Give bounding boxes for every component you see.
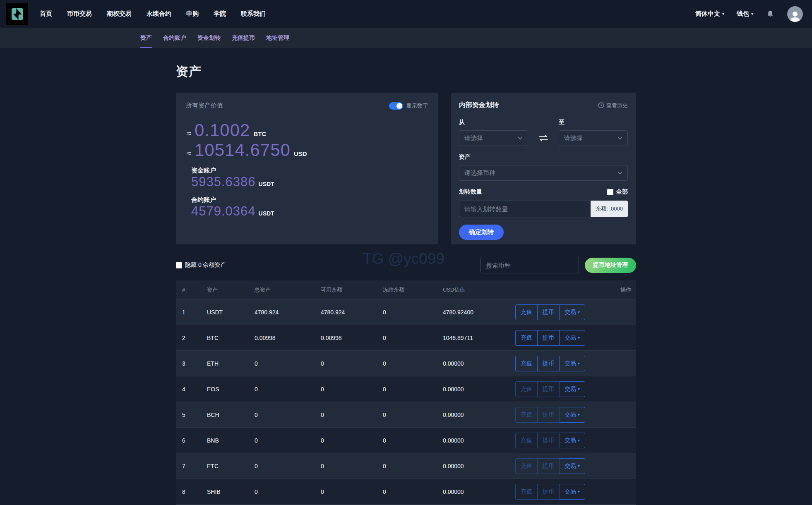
trade-dropdown-button[interactable]: 交易▾ bbox=[559, 458, 585, 474]
deposit-button[interactable]: 充值 bbox=[515, 330, 537, 346]
swap-direction-button[interactable] bbox=[537, 130, 550, 146]
to-account-select[interactable]: 请选择 bbox=[559, 130, 628, 146]
hide-zero-label: 隐藏 0 余额资产 bbox=[185, 261, 226, 269]
deposit-button[interactable]: 充值 bbox=[515, 484, 537, 500]
deposit-button[interactable]: 充值 bbox=[515, 458, 537, 474]
from-account-select[interactable]: 请选择 bbox=[459, 130, 528, 146]
trade-dropdown-button[interactable]: 交易▾ bbox=[559, 356, 585, 371]
table-row: 4EOS0000.00000充值提币交易▾ bbox=[176, 376, 636, 402]
withdraw-button[interactable]: 提币 bbox=[537, 304, 559, 320]
transfer-amount-input[interactable] bbox=[459, 201, 591, 217]
transfer-all-label: 全部 bbox=[616, 188, 628, 196]
deposit-button[interactable]: 充值 bbox=[515, 433, 537, 448]
subtab-deposit-withdraw[interactable]: 充值提币 bbox=[232, 28, 255, 48]
caret-down-icon: ▾ bbox=[578, 438, 580, 443]
search-coin-input[interactable] bbox=[480, 257, 579, 273]
withdraw-button[interactable]: 提币 bbox=[537, 458, 559, 474]
nav-item-academy[interactable]: 学院 bbox=[214, 10, 226, 18]
nav-item-contact[interactable]: 联系我们 bbox=[241, 10, 266, 18]
transfer-all-checkbox[interactable] bbox=[607, 189, 613, 195]
asset-select-placeholder: 请选择币种 bbox=[464, 169, 495, 177]
subtab-contract-account[interactable]: 合约账户 bbox=[163, 28, 186, 48]
trade-dropdown-button[interactable]: 交易▾ bbox=[559, 484, 585, 500]
withdraw-button[interactable]: 提币 bbox=[537, 407, 559, 423]
deposit-button[interactable]: 充值 bbox=[515, 356, 537, 371]
caret-down-icon: ▾ bbox=[578, 387, 580, 391]
asset-name: SHIB bbox=[207, 488, 255, 495]
available-balance: 0 bbox=[321, 412, 383, 418]
person-icon bbox=[789, 10, 801, 22]
deposit-button[interactable]: 充值 bbox=[515, 381, 537, 397]
wallet-dropdown[interactable]: 钱包 ▾ bbox=[737, 10, 753, 18]
withdraw-button[interactable]: 提币 bbox=[537, 381, 559, 397]
subtab-fund-transfer[interactable]: 资金划转 bbox=[197, 28, 221, 48]
watermark: TG @yc099 bbox=[363, 250, 444, 268]
approx-symbol: ≈ bbox=[187, 148, 191, 158]
withdraw-button[interactable]: 提币 bbox=[537, 484, 559, 500]
notification-bell-icon[interactable] bbox=[766, 10, 775, 19]
trade-dropdown-button[interactable]: 交易▾ bbox=[559, 381, 585, 397]
show-numbers-toggle[interactable] bbox=[389, 102, 403, 110]
subtab-assets[interactable]: 资产 bbox=[140, 28, 152, 48]
brand-logo[interactable] bbox=[6, 3, 28, 25]
asset-name: ETC bbox=[207, 463, 255, 469]
usd-value: 0.00000 bbox=[443, 488, 515, 495]
header-frozen: 冻结余额 bbox=[383, 286, 443, 294]
trade-dropdown-button[interactable]: 交易▾ bbox=[559, 407, 585, 423]
nav-item-options-trade[interactable]: 期权交易 bbox=[107, 10, 132, 18]
asset-label: 资产 bbox=[459, 153, 628, 161]
caret-down-icon: ▾ bbox=[578, 412, 580, 417]
usd-value: 4780.92400 bbox=[443, 309, 515, 316]
show-numbers-label: 显示数字 bbox=[406, 102, 428, 110]
withdraw-button[interactable]: 提币 bbox=[537, 330, 559, 346]
confirm-transfer-button[interactable]: 确定划转 bbox=[459, 225, 504, 240]
nav-item-spot-trade[interactable]: 币币交易 bbox=[67, 10, 92, 18]
trade-dropdown-button[interactable]: 交易▾ bbox=[559, 304, 585, 320]
contract-account-unit: USDT bbox=[259, 210, 274, 217]
deposit-button[interactable]: 充值 bbox=[515, 304, 537, 320]
nav-item-subscribe[interactable]: 申购 bbox=[186, 10, 199, 18]
caret-down-icon: ▾ bbox=[578, 361, 580, 366]
clock-icon bbox=[598, 102, 604, 108]
withdraw-address-management-button[interactable]: 提币地址管理 bbox=[585, 258, 636, 273]
frozen-balance: 0 bbox=[383, 437, 443, 444]
total-balance: 0.00998 bbox=[255, 335, 321, 341]
table-row: 6BNB0000.00000充值提币交易▾ bbox=[176, 428, 636, 453]
trade-dropdown-button[interactable]: 交易▾ bbox=[559, 433, 585, 448]
wallet-label: 钱包 bbox=[737, 10, 749, 18]
nav-item-home[interactable]: 首页 bbox=[40, 10, 52, 18]
row-index: 2 bbox=[182, 335, 207, 341]
asset-name: ETH bbox=[207, 360, 255, 367]
account-subnav: 资产 合约账户 资金划转 充值提币 地址管理 bbox=[0, 28, 812, 48]
header-actions: 操作 bbox=[515, 286, 631, 294]
withdraw-button[interactable]: 提币 bbox=[537, 356, 559, 371]
to-label: 至 bbox=[559, 119, 628, 126]
subtab-address-management[interactable]: 地址管理 bbox=[266, 28, 289, 48]
nav-item-perpetual[interactable]: 永续合约 bbox=[147, 10, 171, 18]
asset-table: # 资产 总资产 可用余额 冻结余额 USD估值 操作 1USDT4780.92… bbox=[176, 280, 636, 505]
trade-dropdown-button[interactable]: 交易▾ bbox=[559, 330, 585, 346]
deposit-button[interactable]: 充值 bbox=[515, 407, 537, 423]
table-row: 7ETC0000.00000充值提币交易▾ bbox=[176, 453, 636, 479]
table-row: 5BCH0000.00000充值提币交易▾ bbox=[176, 402, 636, 428]
internal-transfer-card: 内部资金划转 查看历史 从 请选择 bbox=[451, 93, 636, 244]
asset-select[interactable]: 请选择币种 bbox=[459, 165, 628, 181]
usd-value: 1046.89711 bbox=[443, 335, 515, 341]
balance-addon: 余额: .0000 bbox=[591, 201, 628, 217]
table-row: 8SHIB0000.00000充值提币交易▾ bbox=[176, 479, 636, 505]
language-dropdown[interactable]: 简体中文 ▾ bbox=[695, 10, 724, 18]
asset-name: USDT bbox=[207, 309, 255, 316]
usd-unit-label: USD bbox=[294, 150, 307, 157]
swap-arrows-icon bbox=[538, 134, 549, 142]
total-balance: 0 bbox=[255, 360, 321, 367]
user-avatar[interactable] bbox=[787, 6, 803, 22]
top-navbar: 首页 币币交易 期权交易 永续合约 申购 学院 联系我们 简体中文 ▾ 钱包 ▾ bbox=[0, 0, 812, 28]
hide-zero-checkbox[interactable] bbox=[176, 262, 182, 268]
page-title: 资产 bbox=[176, 63, 636, 80]
asset-name: EOS bbox=[207, 386, 255, 393]
header-total: 总资产 bbox=[255, 286, 321, 294]
view-history-link[interactable]: 查看历史 bbox=[598, 102, 628, 109]
frozen-balance: 0 bbox=[383, 488, 443, 495]
withdraw-button[interactable]: 提币 bbox=[537, 433, 559, 448]
chevron-down-icon bbox=[518, 136, 523, 140]
